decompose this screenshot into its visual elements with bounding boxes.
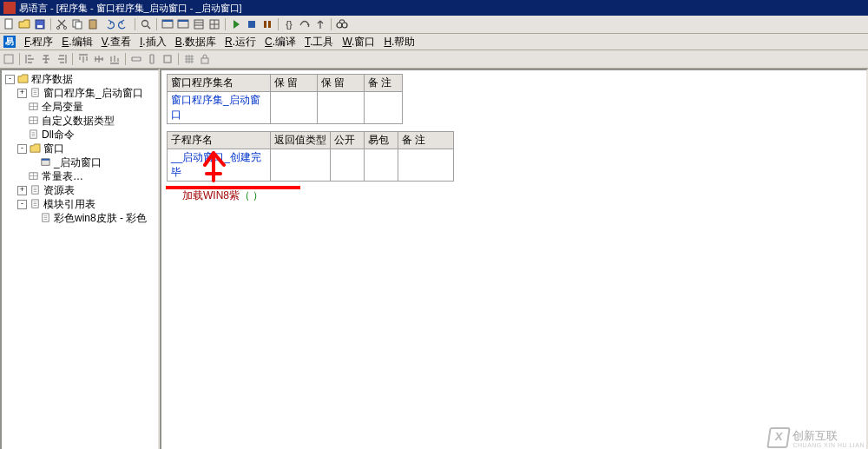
svg-rect-11 <box>162 20 173 22</box>
table-row[interactable]: __启动窗口_创建完毕 <box>168 149 454 182</box>
step-over-icon[interactable] <box>298 17 312 31</box>
align-center-v-icon[interactable] <box>92 52 106 66</box>
tree-label: 窗口 <box>43 142 64 156</box>
svg-rect-8 <box>91 19 95 21</box>
menu-插入[interactable]: I.插入 <box>136 34 170 50</box>
undo-icon[interactable] <box>102 17 115 31</box>
redo-icon[interactable] <box>117 17 131 31</box>
open-file-icon[interactable] <box>17 17 31 31</box>
svg-rect-7 <box>89 20 96 29</box>
lock-icon[interactable] <box>198 52 212 66</box>
lang-logo-icon: 易 <box>3 36 16 48</box>
cell[interactable] <box>365 149 398 182</box>
code-line[interactable]: 加载WIN8紫（ ） <box>182 188 861 203</box>
watermark-text: 创新互联 <box>792 429 838 442</box>
cut-icon[interactable] <box>55 17 69 31</box>
tree-label: 常量表… <box>42 169 83 184</box>
collapse-icon[interactable]: - <box>17 200 27 209</box>
menu-帮助[interactable]: H.帮助 <box>380 34 418 50</box>
col-header: 子程序名 <box>168 132 271 149</box>
menu-数据库[interactable]: B.数据库 <box>172 34 220 50</box>
snap-grid-icon[interactable] <box>182 52 196 66</box>
align-center-h-icon[interactable] <box>39 52 53 66</box>
menu-工具[interactable]: T.工具 <box>301 34 337 50</box>
toolbar-separator <box>278 18 279 30</box>
same-size-icon[interactable] <box>161 52 174 66</box>
menu-编译[interactable]: C.编译 <box>261 34 299 50</box>
cell[interactable] <box>271 149 331 182</box>
copy-icon[interactable] <box>70 17 84 31</box>
tree-item[interactable]: 彩色win8皮肤 - 彩色 <box>2 211 158 225</box>
new-file-icon[interactable] <box>2 17 16 31</box>
col-header: 窗口程序集名 <box>168 75 271 92</box>
svg-rect-22 <box>164 56 171 63</box>
same-height-icon[interactable] <box>145 52 159 66</box>
pause-icon[interactable] <box>260 17 274 31</box>
app-view-icon[interactable] <box>176 17 190 31</box>
stop-icon[interactable] <box>245 17 259 31</box>
cell[interactable] <box>271 92 318 124</box>
menu-bar: 易 F.程序E.编辑V.查看I.插入B.数据库R.运行C.编译T.工具W.窗口H… <box>0 34 868 50</box>
tree-item[interactable]: +窗口程序集_启动窗口 <box>2 86 158 100</box>
paste-icon[interactable] <box>86 17 100 31</box>
cell[interactable] <box>398 149 454 182</box>
step-out-icon[interactable] <box>313 17 327 31</box>
expand-icon[interactable]: + <box>17 89 27 98</box>
align-left-icon[interactable] <box>23 52 37 66</box>
menu-查看[interactable]: V.查看 <box>98 34 135 50</box>
menu-编辑[interactable]: E.编辑 <box>58 34 95 50</box>
tree-item[interactable]: -模块引用表 <box>2 197 158 211</box>
watermark-subtext: CHUANG XIN HU LIAN <box>792 442 865 448</box>
save-icon[interactable] <box>33 17 47 31</box>
tree-item[interactable]: -窗口 <box>2 142 158 155</box>
form-view-icon[interactable] <box>161 17 174 31</box>
same-width-icon[interactable] <box>129 52 143 66</box>
tree-item[interactable]: 常量表… <box>2 169 158 183</box>
menu-运行[interactable]: R.运行 <box>221 34 260 50</box>
toolbar-separator <box>225 18 226 30</box>
panel-icon[interactable] <box>2 52 16 66</box>
align-right-icon[interactable] <box>55 52 69 66</box>
doc-icon <box>30 185 41 195</box>
menu-窗口[interactable]: W.窗口 <box>339 34 378 50</box>
svg-point-19 <box>337 23 342 28</box>
tree-label: 窗口程序集_启动窗口 <box>43 86 143 101</box>
find-icon[interactable] <box>139 17 153 31</box>
svg-point-4 <box>63 26 66 29</box>
table-row[interactable]: 窗口程序集_启动窗口 <box>168 92 403 124</box>
expand-icon[interactable]: + <box>17 186 27 195</box>
grid-icon <box>28 102 39 112</box>
step-into-icon[interactable]: {} <box>282 17 296 31</box>
col-header: 备 注 <box>365 75 403 92</box>
tree-item[interactable]: +资源表 <box>2 183 158 197</box>
tree-item[interactable]: -程序数据 <box>2 72 158 86</box>
cell[interactable]: 窗口程序集_启动窗口 <box>168 92 271 124</box>
svg-point-20 <box>342 23 347 28</box>
svg-rect-0 <box>5 19 12 29</box>
svg-rect-2 <box>37 25 43 28</box>
svg-rect-17 <box>264 21 266 28</box>
collapse-icon[interactable]: - <box>17 144 27 154</box>
run-icon[interactable] <box>229 17 243 31</box>
tree-item[interactable]: 全局变量 <box>2 100 158 114</box>
svg-rect-29 <box>42 159 49 161</box>
cell[interactable] <box>318 92 365 124</box>
tree-item[interactable]: _启动窗口 <box>2 155 158 169</box>
list-view-icon[interactable] <box>192 17 206 31</box>
doc-icon <box>30 88 41 98</box>
cell[interactable] <box>331 149 365 182</box>
grid-view-icon[interactable] <box>207 17 221 31</box>
cell[interactable] <box>365 92 403 124</box>
svg-rect-14 <box>194 20 203 29</box>
cell[interactable]: __启动窗口_创建完毕 <box>168 149 271 182</box>
align-bottom-icon[interactable] <box>108 52 122 66</box>
toolbar-separator <box>331 18 332 30</box>
binoculars-icon[interactable] <box>335 17 349 31</box>
toolbar-separator <box>125 53 126 65</box>
grid-icon <box>28 171 39 182</box>
tree-item[interactable]: 自定义数据类型 <box>2 114 158 128</box>
align-top-icon[interactable] <box>76 52 90 66</box>
menu-程序[interactable]: F.程序 <box>21 34 56 50</box>
collapse-icon[interactable]: - <box>5 75 15 84</box>
tree-item[interactable]: Dll命令 <box>2 128 158 142</box>
